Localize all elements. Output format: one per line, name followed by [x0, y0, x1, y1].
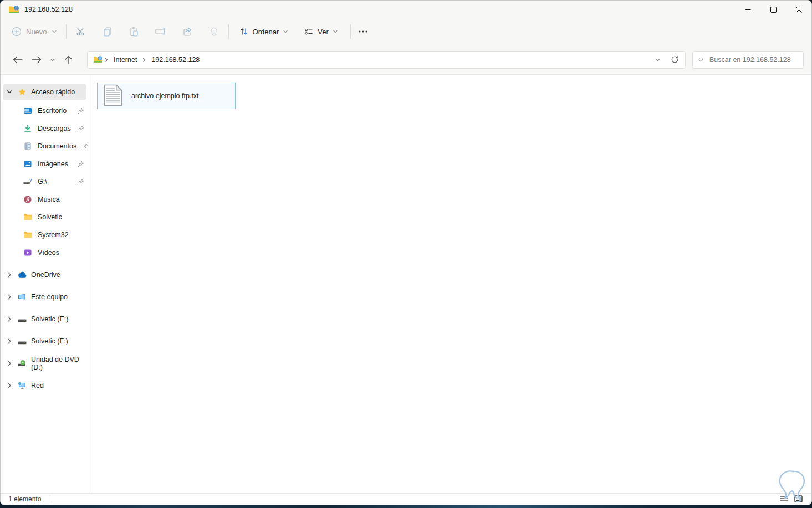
sidebar-item-escritorio[interactable]: Escritorio	[1, 102, 89, 120]
forward-button[interactable]	[27, 50, 46, 69]
downloads-icon	[23, 124, 32, 134]
file-item-selected[interactable]: archivo ejemplo ftp.txt	[97, 83, 236, 109]
maximize-button[interactable]	[760, 1, 786, 18]
text-file-icon	[104, 84, 122, 108]
toolbar-separator	[228, 24, 229, 39]
sidebar-item-solvetic-e[interactable]: Solvetic (E:)	[1, 310, 89, 328]
sidebar-item-solvetic-folder[interactable]: Solvetic	[1, 208, 89, 226]
rename-icon	[155, 26, 167, 37]
sidebar-item-system32[interactable]: System32	[1, 226, 89, 244]
scissors-icon	[75, 26, 86, 37]
paste-button[interactable]	[121, 20, 147, 43]
documents-icon	[23, 142, 32, 151]
sidebar-item-dvd-d[interactable]: Unidad de DVD (D:)	[1, 355, 89, 372]
chevron-down-icon	[655, 57, 661, 63]
more-options-button[interactable]	[352, 20, 374, 43]
sidebar-item-label: Música	[38, 196, 60, 203]
harddrive-icon	[17, 337, 27, 346]
sidebar-item-label: Solvetic (F:)	[31, 337, 68, 345]
chevron-right-icon[interactable]	[6, 338, 13, 345]
search-icon	[698, 56, 704, 64]
details-view-toggle[interactable]	[778, 494, 789, 503]
recent-locations-button[interactable]	[46, 50, 59, 69]
sidebar-item-videos[interactable]: Vídeos	[1, 244, 89, 261]
more-options-icon	[358, 30, 368, 33]
chevron-down-icon	[52, 29, 57, 34]
copy-button[interactable]	[94, 20, 121, 43]
up-button[interactable]	[59, 50, 78, 69]
sidebar-item-este-equipo[interactable]: Este equipo	[1, 288, 89, 306]
onedrive-cloud-icon	[17, 270, 27, 280]
chevron-right-icon[interactable]	[6, 382, 13, 389]
cut-button[interactable]	[68, 20, 94, 43]
sidebar-item-label: Solvetic	[38, 213, 62, 221]
breadcrumb-current-location[interactable]: 192.168.52.128	[148, 54, 203, 65]
back-arrow-icon	[13, 56, 23, 64]
sidebar-item-red[interactable]: Red	[1, 377, 89, 394]
sidebar-item-label: G:\	[38, 178, 47, 186]
chevron-right-icon[interactable]	[6, 360, 13, 367]
sidebar-item-descargas[interactable]: Descargas	[1, 120, 89, 137]
statusbar-separator	[50, 495, 50, 503]
address-dropdown-button[interactable]	[650, 52, 666, 68]
share-button[interactable]	[174, 20, 201, 43]
sidebar-item-quick-access[interactable]: Acceso rápido	[3, 84, 86, 100]
command-toolbar: Nuevo	[1, 18, 811, 45]
sidebar-item-solvetic-f[interactable]: Solvetic (F:)	[1, 332, 89, 350]
file-list-area[interactable]: archivo ejemplo ftp.txt	[89, 75, 811, 493]
title-bar: 192.168.52.128	[1, 1, 811, 18]
breadcrumb-internet[interactable]: Internet	[110, 54, 140, 65]
search-box[interactable]	[692, 51, 804, 69]
refresh-button[interactable]	[666, 52, 683, 68]
search-input[interactable]	[709, 56, 799, 64]
chevron-right-icon[interactable]	[6, 294, 13, 300]
share-icon	[182, 26, 193, 37]
pin-icon	[82, 143, 89, 150]
address-bar[interactable]: Internet 192.168.52.128	[87, 51, 686, 69]
sidebar-item-label: Descargas	[38, 125, 71, 132]
breadcrumb-chevron-icon	[104, 57, 109, 63]
chevron-down-icon	[283, 29, 288, 34]
window-title: 192.168.52.128	[24, 6, 73, 13]
delete-button[interactable]	[201, 20, 227, 43]
minimize-button[interactable]	[735, 1, 760, 18]
sidebar-item-label: Este equipo	[31, 293, 68, 301]
sidebar-item-onedrive[interactable]: OneDrive	[1, 266, 89, 284]
sidebar-item-imagenes[interactable]: Imágenes	[1, 155, 89, 173]
pin-icon	[78, 161, 84, 167]
view-button-label: Ver	[318, 28, 329, 36]
sort-button-label: Ordenar	[253, 28, 279, 36]
sidebar-item-documentos[interactable]: Documentos	[1, 137, 89, 155]
toolbar-separator	[66, 24, 67, 39]
main-area: Acceso rápido Escritorio Descargas	[1, 75, 811, 493]
chevron-down-icon[interactable]	[6, 89, 13, 95]
back-button[interactable]	[8, 50, 27, 69]
view-button[interactable]: Ver	[297, 22, 345, 42]
item-count-label: 1 elemento	[8, 495, 41, 503]
thumbnail-view-toggle[interactable]	[793, 494, 804, 503]
sidebar-item-label: Documentos	[38, 142, 76, 150]
trash-icon	[208, 26, 219, 37]
network-icon	[17, 381, 27, 391]
chevron-right-icon[interactable]	[6, 271, 13, 278]
pin-icon	[78, 125, 84, 132]
sidebar-item-musica[interactable]: Música	[1, 191, 89, 208]
new-button-label: Nuevo	[26, 28, 47, 36]
close-button[interactable]	[786, 1, 811, 18]
chevron-right-icon[interactable]	[6, 316, 13, 322]
sort-button[interactable]: Ordenar	[232, 22, 295, 42]
sidebar-item-label: Vídeos	[38, 249, 59, 256]
dvd-drive-icon	[17, 359, 27, 368]
new-button[interactable]: Nuevo	[8, 22, 65, 42]
harddrive-icon	[17, 315, 27, 324]
sidebar-item-drive-g[interactable]: ? G:\	[1, 173, 89, 191]
sidebar-item-label: System32	[38, 231, 69, 239]
copy-icon	[102, 26, 113, 37]
ftp-folder-icon	[93, 55, 103, 64]
file-name-label: archivo ejemplo ftp.txt	[131, 92, 199, 100]
svg-text:?: ?	[29, 178, 32, 183]
pin-icon	[78, 107, 84, 114]
computer-icon	[17, 293, 27, 302]
chevron-down-icon	[50, 57, 55, 63]
rename-button[interactable]	[147, 20, 174, 43]
